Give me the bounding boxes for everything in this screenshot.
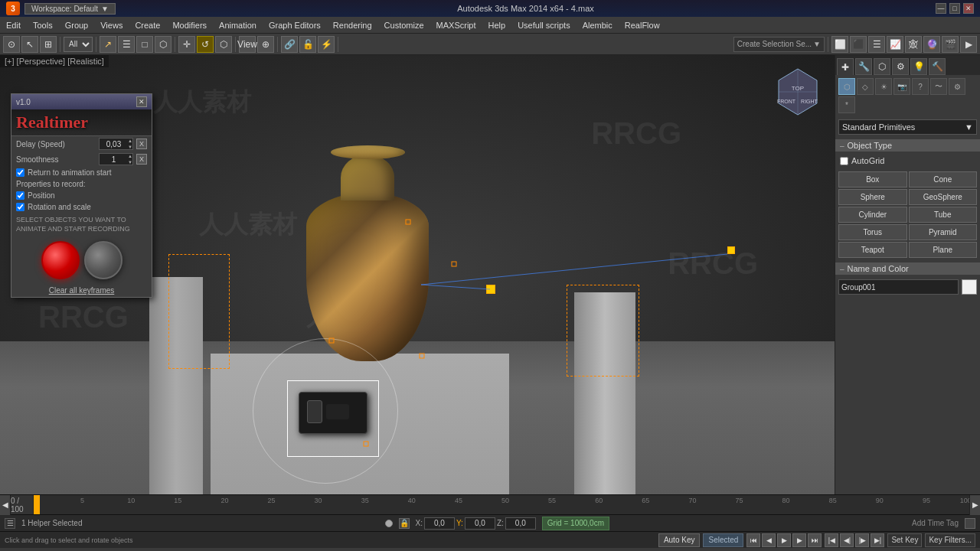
systems-icon[interactable]: ⚙ xyxy=(949,78,965,95)
filter-dropdown[interactable]: All xyxy=(64,37,93,52)
menu-maxscript[interactable]: MAXScript xyxy=(430,19,482,31)
menu-views[interactable]: Views xyxy=(94,19,129,31)
realtimer-titlebar[interactable]: v1.0 ✕ xyxy=(11,94,152,109)
smoothness-down-arrow[interactable]: ▼ xyxy=(128,159,132,165)
lights-icon[interactable]: ☀ xyxy=(875,78,892,95)
tube-button[interactable]: Tube xyxy=(909,207,978,223)
stop-button[interactable] xyxy=(84,241,122,279)
box-button[interactable]: Box xyxy=(838,171,907,187)
prev-frame-button[interactable]: ◀ xyxy=(762,533,776,547)
realtimer-close-button[interactable]: ✕ xyxy=(136,96,147,107)
geosphere-button[interactable]: GeoSphere xyxy=(909,189,978,205)
menu-edit[interactable]: Edit xyxy=(0,19,27,31)
smoothness-spinbox[interactable]: 1 ▲ ▼ xyxy=(99,153,133,165)
material-editor[interactable]: 🔮 xyxy=(923,36,940,53)
rect-sel[interactable]: □ xyxy=(136,36,153,53)
maximize-button[interactable]: □ xyxy=(949,3,960,14)
sphere-button[interactable]: Sphere xyxy=(838,189,907,205)
close-button[interactable]: ✕ xyxy=(963,3,974,14)
position-checkbox[interactable] xyxy=(16,191,24,200)
menu-tools[interactable]: Tools xyxy=(27,19,59,31)
select-name[interactable]: ☰ xyxy=(118,36,135,53)
menu-animation[interactable]: Animation xyxy=(213,19,263,31)
select-filter[interactable]: ⊙ xyxy=(3,36,20,53)
plane-button[interactable]: Plane xyxy=(909,242,978,258)
menu-realflow[interactable]: RealFlow xyxy=(619,19,666,31)
viewport-3d[interactable]: [+] [Perspective] [Realistic] RRCG 人人素材 … xyxy=(0,55,835,494)
object-name-input[interactable] xyxy=(838,279,959,295)
pivot[interactable]: ⊕ xyxy=(257,36,274,53)
key-btn-4[interactable]: ▶| xyxy=(871,533,884,547)
pyramid-button[interactable]: Pyramid xyxy=(909,224,978,240)
scale-tool[interactable]: ⬡ xyxy=(215,36,232,53)
menu-group[interactable]: Group xyxy=(59,19,95,31)
delay-x-button[interactable]: X xyxy=(136,139,147,149)
clear-keyframes-button[interactable]: Clear all keyframes xyxy=(11,284,152,297)
menu-alembic[interactable]: Alembic xyxy=(577,19,619,31)
hierarchy-tab[interactable]: ⬡ xyxy=(874,58,890,75)
navigation-cube[interactable]: TOP FRONT RIGHT xyxy=(767,61,828,122)
helpers-icon[interactable]: ? xyxy=(912,78,929,95)
record-button[interactable] xyxy=(41,241,80,279)
mirror[interactable]: ⬜ xyxy=(831,36,848,53)
curve-editor[interactable]: 📈 xyxy=(887,36,903,53)
ref-coord[interactable]: View xyxy=(239,36,256,53)
delay-spinbox[interactable]: 0,03 ▲ ▼ xyxy=(99,138,133,150)
status-icon[interactable]: ☰ xyxy=(5,518,15,529)
particle-icon[interactable]: * xyxy=(838,96,855,113)
menu-modifiers[interactable]: Modifiers xyxy=(166,19,213,31)
torus-button[interactable]: Torus xyxy=(838,224,907,240)
cylinder-button[interactable]: Cylinder xyxy=(838,207,907,223)
create-tab[interactable]: ✚ xyxy=(837,58,854,75)
color-swatch[interactable] xyxy=(962,279,977,295)
geometry-icon[interactable]: ⬡ xyxy=(838,78,855,95)
modify-tab[interactable]: 🔧 xyxy=(855,58,872,75)
timeline-scroll-left[interactable]: ◀ xyxy=(0,495,11,515)
rotate-tool[interactable]: ↺ xyxy=(197,36,214,53)
set-key-button[interactable]: Set Key xyxy=(887,533,922,547)
autogrid-checkbox[interactable] xyxy=(840,157,848,165)
x-coord-input[interactable] xyxy=(424,517,455,530)
motion-tab[interactable]: ⚙ xyxy=(892,58,909,75)
return-checkbox[interactable] xyxy=(16,168,24,177)
smoothness-up-arrow[interactable]: ▲ xyxy=(128,153,132,159)
key-btn-3[interactable]: |▶ xyxy=(855,533,869,547)
go-end-button[interactable]: ⏭ xyxy=(808,533,822,547)
select-region[interactable]: ⊞ xyxy=(40,36,57,53)
select-btn[interactable]: ↗ xyxy=(100,36,116,53)
y-coord-input[interactable] xyxy=(465,517,495,530)
lock-icon[interactable]: 🔒 xyxy=(399,518,410,529)
object-type-rollout[interactable]: – Object Type xyxy=(835,139,980,152)
selection-set[interactable]: Create Selection Se... ▼ xyxy=(733,37,825,52)
menu-customize[interactable]: Customize xyxy=(378,19,430,31)
unlink[interactable]: 🔓 xyxy=(299,36,316,53)
menu-graph-editors[interactable]: Graph Editors xyxy=(263,19,327,31)
delay-up-arrow[interactable]: ▲ xyxy=(128,138,132,144)
move-tool[interactable]: ✛ xyxy=(178,36,195,53)
workspace-selector[interactable]: Workspace: Default ▼ xyxy=(24,3,116,15)
selected-badge[interactable]: Selected xyxy=(703,533,743,547)
delay-down-arrow[interactable]: ▼ xyxy=(128,144,132,150)
timeline-scroll-right[interactable]: ▶ xyxy=(969,495,980,515)
menu-rendering[interactable]: Rendering xyxy=(327,19,378,31)
bind-space[interactable]: ⚡ xyxy=(318,36,335,53)
select-tool[interactable]: ↖ xyxy=(21,36,38,53)
key-btn-2[interactable]: ◀| xyxy=(840,533,854,547)
smoothness-x-button[interactable]: X xyxy=(136,154,147,165)
cone-button[interactable]: Cone xyxy=(909,171,978,187)
shapes-icon[interactable]: ◇ xyxy=(857,78,874,95)
timeline-track[interactable]: 5 10 15 20 25 30 35 40 45 50 55 60 65 70… xyxy=(34,495,969,514)
z-coord-input[interactable] xyxy=(505,517,536,530)
menu-create[interactable]: Create xyxy=(129,19,166,31)
key-filters-button[interactable]: Key Filters... xyxy=(925,533,975,547)
render[interactable]: ▶ xyxy=(960,36,977,53)
align[interactable]: ⬛ xyxy=(850,36,867,53)
schematic[interactable]: 🕸 xyxy=(905,36,922,53)
link[interactable]: 🔗 xyxy=(281,36,298,53)
render-setup[interactable]: 🎬 xyxy=(942,36,959,53)
add-time-tag[interactable]: Add Time Tag xyxy=(912,519,959,527)
key-btn-1[interactable]: |◀ xyxy=(825,533,838,547)
layer[interactable]: ☰ xyxy=(868,36,885,53)
next-frame-button[interactable]: ▶ xyxy=(792,533,806,547)
menu-usefull-scripts[interactable]: Usefull scripts xyxy=(511,19,576,31)
